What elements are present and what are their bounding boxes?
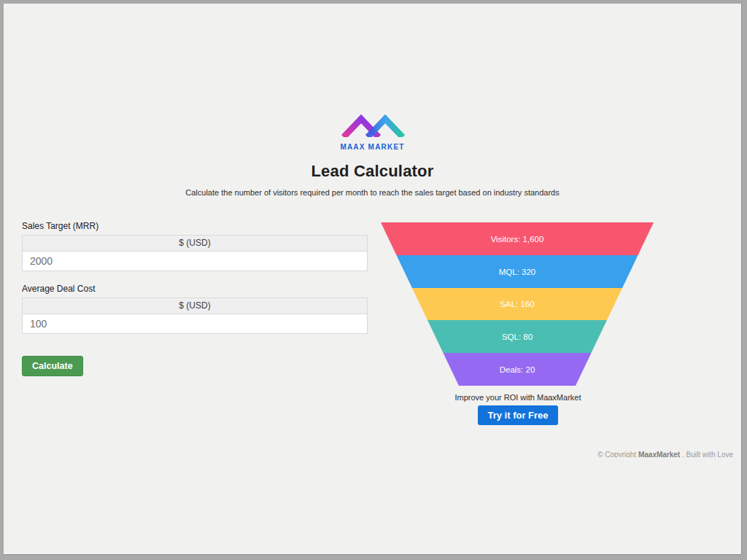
try-free-button[interactable]: Try it for Free [478, 405, 557, 425]
sales-target-currency-header: $ (USD) [22, 235, 368, 252]
funnel-segment-label-visitors: Visitors: 1,600 [491, 235, 544, 244]
copyright-footer: © Copyright MaaxMarket . Built with Love [597, 450, 733, 457]
funnel-panel: Visitors: 1,600MQL: 320SAL: 160SQL: 80De… [376, 222, 660, 425]
sales-target-label: Sales Target (MRR) [22, 221, 368, 231]
funnel-segment-label-deals: Deals: 20 [500, 365, 535, 374]
deal-cost-currency-header: $ (USD) [22, 298, 368, 314]
lead-calculator-form: Sales Target (MRR) $ (USD) Average Deal … [22, 221, 368, 376]
funnel-segment-label-sql: SQL: 80 [502, 332, 533, 341]
maaxmarket-logo-icon [341, 114, 405, 137]
deal-cost-input[interactable] [22, 314, 368, 334]
page-title: Lead Calculator [4, 162, 741, 181]
copyright-prefix: © Copyright [597, 451, 638, 457]
calculate-button[interactable]: Calculate [22, 356, 83, 376]
funnel-chart: Visitors: 1,600MQL: 320SAL: 160SQL: 80De… [376, 222, 660, 386]
deal-cost-label: Average Deal Cost [22, 284, 368, 294]
page-subtitle: Calculate the number of visitors require… [4, 188, 741, 197]
copyright-brand: MaaxMarket [638, 451, 680, 457]
sales-target-input[interactable] [22, 251, 368, 271]
funnel-segment-label-mql: MQL: 320 [499, 268, 536, 276]
logo-wordmark: MAAX MARKET [4, 143, 741, 151]
page: MAAX MARKET Lead Calculator Calculate th… [4, 4, 742, 555]
funnel-segment-label-sal: SAL: 160 [500, 300, 534, 308]
logo-right-peak [368, 119, 403, 137]
copyright-suffix: . Built with Love [680, 451, 733, 457]
funnel-cta-text: Improve your ROI with MaaxMarket [376, 393, 660, 402]
deal-cost-field-group: Average Deal Cost $ (USD) [22, 284, 368, 334]
sales-target-field-group: Sales Target (MRR) $ (USD) [22, 221, 368, 271]
